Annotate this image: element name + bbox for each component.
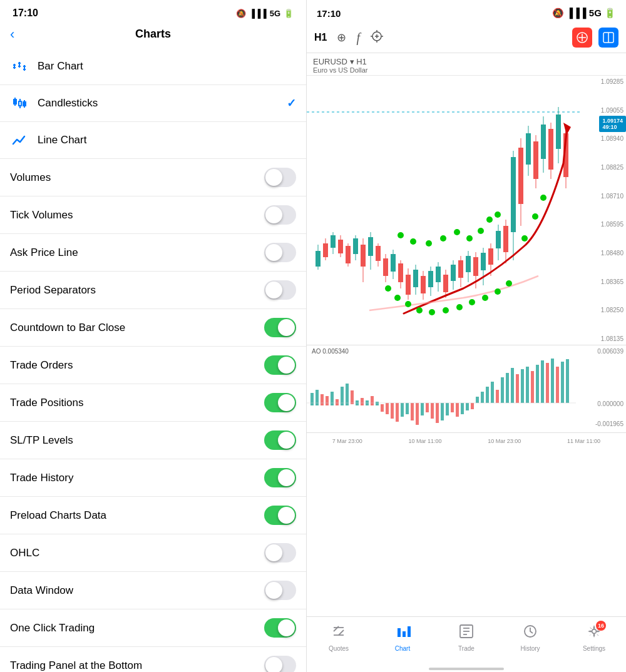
nav-history[interactable]: History [511, 623, 549, 652]
svg-point-111 [405, 301, 411, 307]
time-label-3: 10 Mar 23:00 [488, 438, 521, 444]
ask-price-toggle[interactable] [264, 243, 296, 262]
period-sep-label: Period Separators [10, 284, 96, 297]
preload-charts-toggle[interactable] [264, 506, 296, 525]
svg-rect-181 [403, 631, 406, 637]
timeframe-button[interactable]: H1 [314, 32, 327, 43]
indicator-icon[interactable] [370, 29, 384, 46]
data-window-label: Data Window [10, 584, 73, 597]
svg-rect-32 [316, 251, 321, 267]
svg-point-102 [426, 240, 432, 247]
trade-positions-toggle[interactable] [264, 393, 296, 412]
price-4: 1.08825 [585, 164, 623, 171]
left-status-icons: 🔕 ▐▐▐ 5G 🔋 [236, 9, 294, 18]
svg-point-109 [385, 285, 391, 292]
svg-rect-60 [421, 276, 426, 293]
svg-rect-78 [488, 248, 493, 265]
nav-chart[interactable]: Chart [384, 623, 421, 652]
tick-volumes-toggle[interactable] [264, 205, 296, 225]
svg-point-103 [440, 235, 446, 242]
trade-nav-label: Trade [458, 645, 475, 652]
ask-price-label: Ask Price Line [10, 247, 78, 259]
svg-rect-140 [396, 403, 399, 422]
svg-point-107 [486, 216, 493, 223]
svg-rect-10 [14, 99, 16, 104]
price-9: 1.08250 [585, 307, 623, 313]
trade-history-label: Trade History [10, 472, 73, 484]
trading-panel-toggle[interactable] [264, 656, 296, 672]
price-2: 1.09055 [585, 107, 623, 114]
right-signal-icon: ▐▐▐ [567, 8, 587, 18]
time-label-1: 7 Mar 23:00 [332, 438, 362, 444]
svg-rect-54 [398, 263, 403, 282]
price-5: 1.08710 [585, 193, 623, 200]
svg-rect-16 [23, 102, 26, 106]
period-sep-toggle[interactable] [264, 280, 296, 300]
layout-icon-button[interactable] [598, 28, 618, 48]
svg-point-110 [394, 295, 401, 301]
svg-rect-136 [376, 402, 379, 405]
trade-nav-icon [458, 623, 475, 643]
ao-label: AO 0.005340 [312, 348, 349, 355]
symbol-name: EURUSD [313, 57, 347, 66]
trade-orders-toggle[interactable] [264, 355, 296, 375]
svg-rect-152 [456, 403, 459, 417]
svg-rect-128 [336, 399, 339, 405]
chart-description: Euro vs US Dollar [313, 66, 620, 74]
nav-trade[interactable]: Trade [448, 623, 485, 652]
svg-point-112 [416, 307, 423, 313]
svg-rect-154 [466, 403, 469, 410]
bar-chart-icon [10, 57, 29, 76]
trade-icon-button[interactable] [572, 28, 592, 48]
one-click-toggle[interactable] [264, 618, 296, 638]
preload-charts-label: Preload Charts Data [10, 509, 106, 522]
svg-rect-129 [341, 387, 344, 405]
svg-point-120 [521, 235, 528, 242]
ao-zero: 0.000000 [597, 400, 623, 407]
volumes-toggle[interactable] [264, 168, 296, 187]
svg-point-106 [478, 228, 484, 234]
countdown-toggle[interactable] [264, 318, 296, 337]
trade-positions-label: Trade Positions [10, 397, 83, 409]
chart-type-list: Bar Chart Candlesticks ✓ [0, 48, 306, 159]
svg-rect-164 [516, 374, 519, 403]
svg-rect-180 [398, 628, 401, 637]
svg-rect-88 [526, 133, 531, 165]
current-price: 1.09174 [602, 118, 623, 124]
svg-point-104 [454, 229, 460, 235]
svg-point-122 [540, 195, 546, 201]
toggle-preload-charts: Preload Charts Data [0, 497, 306, 534]
nav-quotes[interactable]: Quotes [320, 623, 357, 652]
svg-rect-58 [413, 270, 418, 287]
time-label-2: 10 Mar 11:00 [409, 438, 442, 444]
svg-rect-147 [431, 403, 434, 419]
svg-rect-42 [353, 238, 358, 254]
ohlc-toggle[interactable] [264, 543, 296, 563]
toolbar-left: H1 ⊕ f [314, 29, 384, 46]
sl-tp-toggle[interactable] [264, 430, 296, 450]
function-icon[interactable]: f [356, 31, 360, 45]
sl-tp-label: SL/TP Levels [10, 434, 73, 447]
current-price-container: 1.09174 49:10 [599, 116, 626, 132]
quotes-icon [331, 623, 347, 643]
svg-rect-76 [481, 253, 486, 270]
svg-rect-86 [518, 148, 523, 204]
battery-icon: 🔋 [284, 9, 294, 18]
svg-rect-150 [446, 403, 449, 415]
right-battery-icon: 🔋 [604, 8, 616, 18]
crosshair-icon[interactable]: ⊕ [337, 31, 346, 44]
chart-type-bar[interactable]: Bar Chart [0, 48, 306, 85]
svg-rect-138 [386, 403, 389, 414]
chart-type-candlestick[interactable]: Candlesticks ✓ [0, 85, 306, 122]
price-1: 1.09285 [585, 78, 623, 85]
main-chart[interactable]: 1.09285 1.09055 1.08940 1.08825 1.08710 … [307, 76, 626, 345]
nav-settings[interactable]: 16 Settings [575, 623, 613, 652]
toggle-list-1: Volumes Tick Volumes Ask Price Line Peri… [0, 159, 306, 534]
svg-point-118 [495, 288, 501, 295]
toggle-trade-positions: Trade Positions [0, 384, 306, 422]
trade-history-toggle[interactable] [264, 468, 296, 487]
back-button[interactable]: ‹ [10, 26, 14, 43]
data-window-toggle[interactable] [264, 581, 296, 600]
chart-type-line[interactable]: Line Chart [0, 122, 306, 159]
left-status-bar: 17:10 🔕 ▐▐▐ 5G 🔋 [0, 0, 306, 24]
